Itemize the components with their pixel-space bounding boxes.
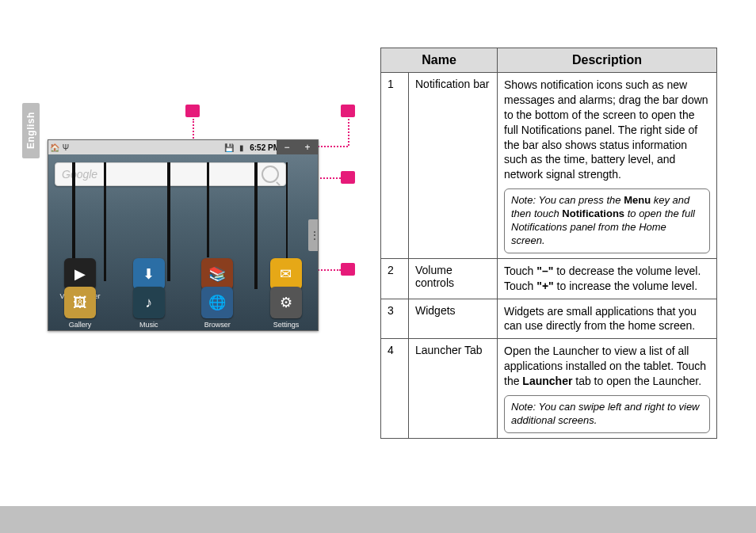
app-icon-gallery[interactable]: 🖼 Gallery [58, 287, 102, 329]
callout-marker-4 [341, 263, 355, 276]
launcher-tab[interactable]: ⋮ [308, 219, 319, 251]
gear-icon: ⚙ [270, 287, 302, 318]
app-label: Music [139, 321, 158, 329]
google-search-widget[interactable]: Google [55, 162, 286, 186]
language-tab: English [22, 103, 40, 158]
table-row: 3 Widgets Widgets are small applications… [381, 299, 717, 339]
app-icon-music[interactable]: ♪ Music [127, 287, 171, 329]
table-row: 4 Launcher Tab Open the Launcher to view… [381, 339, 717, 438]
download-icon: ⬇ [133, 258, 165, 290]
globe-icon: 🌐 [201, 287, 233, 318]
app-label: Gallery [69, 321, 92, 329]
row-desc: Open the Launcher to view a list of all … [498, 339, 717, 438]
usb-icon: Ψ [61, 143, 71, 152]
search-icon [262, 166, 279, 183]
col-header-name: Name [381, 48, 498, 73]
mail-icon: ✉ [270, 258, 302, 290]
volume-down-button[interactable]: − [277, 140, 297, 154]
app-icon-settings[interactable]: ⚙ Settings [264, 287, 308, 329]
app-label: Browser [204, 321, 231, 329]
row-desc: Shows notification icons such as new mes… [498, 73, 717, 259]
row-name: Volume controls [409, 258, 498, 299]
table-row: 1 Notification bar Shows notification ic… [381, 73, 717, 259]
notification-bar[interactable]: 🏠 Ψ 💾 ▮ 6:52 PM 📶 − + [48, 140, 318, 154]
app-label: Settings [273, 321, 300, 329]
col-header-desc: Description [498, 48, 717, 73]
volume-up-button[interactable]: + [297, 140, 318, 154]
app-icon-browser[interactable]: 🌐 Browser [195, 287, 239, 329]
sd-icon: 💾 [224, 143, 234, 152]
row-desc: Widgets are small applications that you … [498, 299, 717, 339]
table-row: 2 Volume controls Touch "–" to decrease … [381, 258, 717, 299]
note-box: Note: You can swipe left and right to vi… [504, 395, 710, 433]
home-icon: 🏠 [50, 143, 59, 152]
row-num: 4 [381, 339, 409, 438]
row-name: Launcher Tab [409, 339, 498, 438]
callout-marker-3 [341, 171, 355, 184]
callout-marker-1 [185, 105, 200, 117]
row-name: Widgets [409, 299, 498, 339]
book-icon: 📚 [201, 258, 233, 290]
description-table: Name Description 1 Notification bar Show… [380, 48, 717, 439]
row-name: Notification bar [409, 73, 498, 259]
callout-marker-2 [341, 105, 355, 117]
home-icons-row2: 🖼 Gallery ♪ Music 🌐 Browser ⚙ Settings [58, 287, 308, 329]
picture-icon: 🖼 [64, 287, 96, 318]
callout-leader [348, 119, 349, 146]
battery-icon: ▮ [237, 143, 246, 152]
status-time: 6:52 PM [250, 143, 280, 152]
row-num: 3 [381, 299, 409, 339]
row-desc: Touch "–" to decrease the volume level. … [498, 258, 717, 299]
screenshot-column: 🏠 Ψ 💾 ▮ 6:52 PM 📶 − + Google [48, 119, 361, 331]
music-icon: ♪ [133, 287, 165, 318]
row-num: 2 [381, 258, 409, 299]
tablet-screenshot: 🏠 Ψ 💾 ▮ 6:52 PM 📶 − + Google [48, 139, 319, 331]
play-icon: ▶ [64, 258, 96, 290]
row-num: 1 [381, 73, 409, 259]
search-placeholder: Google [62, 168, 97, 181]
note-box: Note: You can press the Menu key and the… [504, 188, 710, 253]
